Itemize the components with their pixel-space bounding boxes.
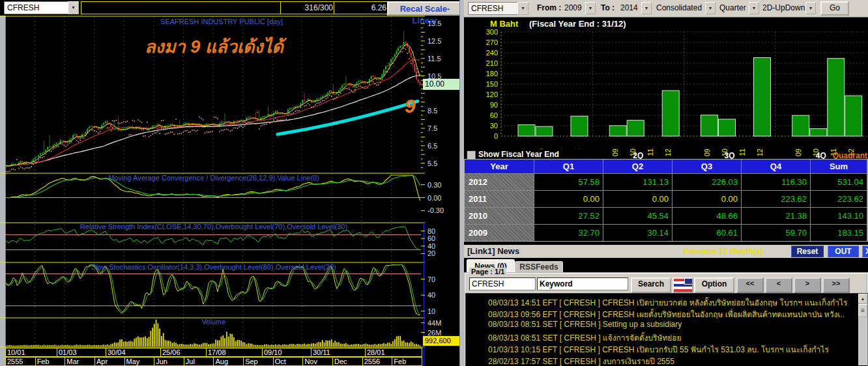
show-fiscal-checkbox[interactable] — [467, 150, 476, 160]
bar-3Q-09[interactable] — [701, 115, 718, 136]
symbol-combobox-right-arrow-icon[interactable]: ▾ — [517, 2, 528, 15]
bar-4Q-11[interactable] — [828, 59, 845, 136]
month-cell: May — [125, 357, 155, 366]
table-body: 201257.58131.13226.03116.30531.0420110.0… — [465, 174, 867, 241]
consolidated-arrow-icon[interactable]: ▾ — [705, 2, 716, 14]
prev-page-button[interactable]: < — [765, 277, 792, 293]
period-select[interactable]: Quarter — [719, 1, 746, 14]
news-item[interactable]: 08/03/13 08:51 SET [ CFRESH ] Setting up… — [488, 320, 682, 329]
news-list[interactable]: 08/03/13 14:51 EFT [ CFRESH ] CFRESH เปิ… — [465, 293, 868, 366]
table-col-header[interactable]: Q1 — [534, 160, 603, 173]
month-cell: Feb — [392, 357, 422, 366]
table-row[interactable]: 201257.58131.13226.03116.30531.04 — [465, 174, 867, 190]
bar-4Q-10[interactable] — [810, 129, 827, 136]
view-mode-arrow-icon[interactable]: ▾ — [805, 2, 816, 14]
value-cell: 27.52 — [534, 208, 603, 224]
table-col-header[interactable]: Sum — [811, 160, 867, 173]
from-year-arrow-icon[interactable]: ▾ — [585, 2, 596, 14]
bar-3Q-10[interactable] — [719, 119, 736, 136]
symbol-combobox-right[interactable]: CFRESH — [468, 2, 521, 15]
view-mode-select[interactable]: 2D-UpDown — [762, 1, 805, 14]
next-page-button[interactable]: > — [794, 277, 821, 293]
table-col-header[interactable]: Q3 — [673, 160, 741, 173]
from-year-select[interactable]: 2009 — [564, 1, 582, 14]
news-item[interactable]: 01/03/13 10:15 EFT [ CFRESH ] CFRESH เปิ… — [488, 343, 829, 356]
last-price-badge: 10.00 — [423, 79, 463, 90]
reset-button[interactable]: Reset — [791, 246, 824, 257]
value-cell: 116.30 — [742, 174, 810, 190]
tab-rssfeeds[interactable]: RSSFeeds — [515, 261, 563, 273]
show-fiscal-label: Show Fiscal Year End — [478, 149, 559, 160]
table-row[interactable]: 200932.7030.1460.6159.70183.15 — [465, 225, 867, 241]
symbol-combobox-arrow-icon[interactable]: ▾ — [68, 1, 79, 14]
table-header-row: YearQ1Q2Q3Q4Sum — [465, 160, 867, 173]
consolidated-select[interactable]: Consolidated — [656, 1, 702, 14]
bar-1Q-09[interactable] — [518, 125, 535, 136]
news-keyword-input[interactable]: Keyword — [537, 277, 628, 290]
price-chart[interactable]: 13.512.511.510.58.57.56.55.50.300.00-0.3… — [0, 16, 463, 366]
period-arrow-icon[interactable]: ▾ — [749, 2, 759, 14]
value-cell: 0.00 — [673, 191, 741, 207]
last-trade-field: 6.26 — [334, 1, 390, 14]
svg-text:180: 180 — [486, 70, 498, 77]
language-flag-button[interactable] — [673, 277, 693, 293]
news-item[interactable]: 08/03/13 14:51 EFT [ CFRESH ] CFRESH เปิ… — [488, 296, 848, 309]
date-cell: 30/11 — [311, 348, 366, 357]
svg-text:90: 90 — [490, 101, 498, 109]
price-chart-panel: CFRESH ▾ 316/300 6.26 Recal Scale-Linear… — [0, 0, 463, 366]
table-row[interactable]: 201027.5245.5448.6621.38143.10 — [465, 208, 867, 224]
news-scrollbar[interactable]: ▲ ☰ — [858, 294, 867, 365]
svg-text:11: 11 — [738, 148, 746, 156]
date-cell: 30/04 — [106, 348, 161, 357]
show-fiscal-row: Show Fiscal Year End — [464, 149, 588, 160]
first-page-button[interactable]: << — [736, 277, 764, 293]
news-item[interactable]: 08/03/13 09:56 EFT [ CFRESH ] CFRESH เผย… — [488, 308, 845, 320]
news-symbol-input[interactable]: CFRESH — [469, 277, 536, 290]
table-col-header[interactable]: Q4 — [742, 160, 810, 173]
svg-text:09: 09 — [611, 148, 619, 156]
month-cell: 2555 — [5, 357, 36, 366]
bar-2Q-09[interactable] — [609, 126, 626, 136]
option-button[interactable]: Option — [694, 277, 734, 293]
trading-workstation: CFRESH ▾ 316/300 6.26 Recal Scale-Linear… — [0, 0, 868, 366]
scroll-thumb[interactable]: ☰ — [858, 304, 867, 317]
last-page-button[interactable]: >> — [822, 277, 850, 293]
table-row[interactable]: 20110.000.000.00223.62223.62 — [465, 191, 867, 207]
go-button[interactable]: Go — [820, 1, 849, 16]
svg-text:12: 12 — [756, 148, 764, 156]
scroll-up-icon[interactable]: ▲ — [858, 294, 867, 303]
bar-1Q-10[interactable] — [536, 126, 553, 136]
quarterly-bar-chart[interactable]: 0306090120150180210240270300091011121Q09… — [464, 17, 868, 163]
to-year-select[interactable]: 2014 — [620, 1, 638, 14]
bar-4Q-12[interactable] — [845, 96, 862, 136]
svg-text:26M: 26M — [427, 329, 441, 337]
news-item[interactable]: 08/03/13 08:51 SET [ CFRESH ] แจ้งการจัด… — [488, 331, 682, 344]
table-col-header[interactable]: Year — [465, 160, 534, 173]
bar-2Q-10[interactable] — [627, 120, 644, 136]
bar-3Q-12[interactable] — [754, 58, 771, 137]
rsi-pane-title: Relative Strength Index(CLOSE,14,30,70),… — [5, 223, 422, 231]
svg-text:6.5: 6.5 — [427, 142, 437, 150]
value-cell: 21.38 — [742, 208, 810, 224]
value-cell: 0.00 — [603, 191, 672, 207]
to-year-arrow-icon[interactable]: ▾ — [641, 2, 652, 14]
chart-annotation: ลงมา 9 แล้วเด้งได้ — [145, 33, 283, 61]
search-button[interactable]: Search — [631, 277, 671, 293]
bar-counter-field: 316/300 — [280, 1, 336, 14]
symbol-combobox[interactable]: CFRESH — [4, 1, 72, 14]
date-axis-row: 10/0101/0330/0425/0617/0809/1030/1128/01 — [5, 348, 422, 357]
bar-4Q-09[interactable] — [792, 115, 809, 136]
recal-scale-button[interactable]: Recal Scale-Linear — [387, 1, 463, 16]
svg-text:8.5: 8.5 — [427, 107, 437, 115]
value-cell: 48.66 — [673, 208, 741, 224]
out-button[interactable]: OUT — [828, 246, 859, 257]
bar-1Q-12[interactable] — [571, 116, 588, 136]
news-panel-title: [Link1] News — [467, 246, 519, 256]
bar-2Q-12[interactable] — [662, 91, 679, 136]
svg-text:13.5: 13.5 — [427, 20, 441, 27]
table-col-header[interactable]: Q2 — [603, 160, 672, 173]
close-button[interactable]: X — [862, 246, 868, 257]
date-cell: 17/08 — [207, 348, 263, 357]
value-cell: 32.70 — [534, 225, 603, 241]
news-item[interactable]: 28/02/13 17:57 SET [ CFRESH ] งบการเงินร… — [488, 355, 674, 366]
